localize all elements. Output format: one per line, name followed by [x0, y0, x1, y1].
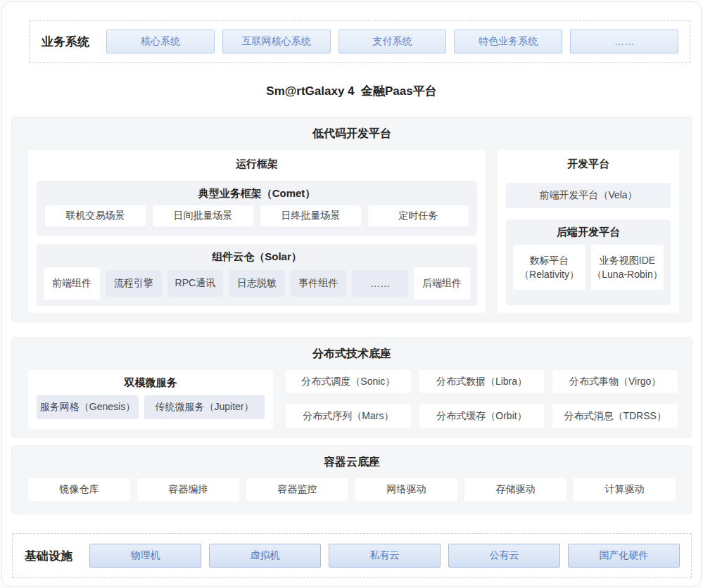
cloud-item-network-driver: 网络驱动: [355, 478, 457, 501]
diagram-card: 业务系统 核心系统 互联网核心系统 支付系统 特色业务系统 …… Sm@rtGa…: [1, 1, 702, 587]
distributed-base-section: 分布式技术底座 双模微服务 服务网格（Genesis） 传统微服务（Jupite…: [11, 337, 692, 438]
distributed-item-tdrss: 分布式消息（TDRSS）: [552, 404, 678, 428]
comet-item-intraday-batch: 日间批量场景: [153, 205, 253, 226]
infrastructure-row: 物理机 虚拟机 私有云 公有云 国产化硬件: [89, 544, 680, 568]
business-systems-container: 业务系统 核心系统 互联网核心系统 支付系统 特色业务系统 ……: [29, 20, 690, 63]
platform-title: Sm@rtGalaxy 4 金融Paas平台: [2, 83, 701, 99]
backend-item-relativity: 数标平台 （Relativity）: [513, 245, 585, 290]
infra-item-domestic-hardware: 国产化硬件: [568, 544, 680, 568]
solar-group: 组件云仓（Solar） 前端组件 流程引擎 RPC通讯 日志脱敏 事件组件 ………: [37, 244, 477, 306]
runtime-framework-panel: 运行框架 典型业务框架（Comet） 联机交易场景 日间批量场景 日终批量场景 …: [28, 150, 486, 313]
solar-item-ellipsis: ……: [352, 270, 408, 297]
solar-items-row: 前端组件 流程引擎 RPC通讯 日志脱敏 事件组件 …… 后端组件: [44, 267, 470, 300]
dual-mode-item-genesis: 服务网格（Genesis）: [37, 395, 139, 419]
low-code-platform-section: 低代码开发平台 运行框架 典型业务框架（Comet） 联机交易场景 日间批量场景…: [11, 117, 692, 322]
backend-item-luna-robin: 业务视图IDE （Luna-Robin）: [591, 245, 664, 290]
cloud-item-storage-driver: 存储驱动: [464, 478, 566, 501]
relativity-line2: （Relativity）: [519, 267, 579, 281]
business-system-special: 特色业务系统: [454, 30, 562, 53]
dual-mode-items-row: 服务网格（Genesis） 传统微服务（Jupiter）: [37, 395, 265, 419]
cloud-item-image-registry: 镜像仓库: [28, 478, 130, 501]
business-system-internet-core: 互联网核心系统: [222, 30, 331, 53]
comet-item-eod-batch: 日终批量场景: [260, 205, 361, 226]
backend-dev-group: 后端开发平台 数标平台 （Relativity） 业务视图IDE （Luna-R…: [506, 219, 671, 305]
infra-item-virtual-machine: 虚拟机: [209, 544, 321, 568]
comet-item-online-trading: 联机交易场景: [45, 205, 146, 226]
dual-mode-item-jupiter: 传统微服务（Jupiter）: [144, 395, 265, 419]
relativity-line1: 数标平台: [530, 253, 569, 267]
distributed-item-orbit: 分布式缓存（Orbit）: [419, 404, 545, 428]
dev-platform-title: 开发平台: [498, 150, 679, 171]
distributed-services-grid: 分布式调度（Sonic） 分布式数据（Libra） 分布式事物（Virgo） 分…: [286, 370, 678, 428]
business-system-ellipsis: ……: [570, 30, 678, 53]
infra-item-public-cloud: 公有云: [448, 544, 560, 568]
runtime-framework-title: 运行框架: [28, 150, 486, 171]
container-cloud-items-row: 镜像仓库 容器编排 容器监控 网络驱动 存储驱动 计算驱动: [28, 478, 676, 501]
solar-item-process-engine: 流程引擎: [106, 270, 162, 297]
low-code-platform-title: 低代码开发平台: [12, 117, 692, 141]
business-systems-row: 核心系统 互联网核心系统 支付系统 特色业务系统 ……: [106, 30, 678, 53]
backend-dev-group-title: 后端开发平台: [506, 219, 671, 239]
distributed-item-mars: 分布式序列（Mars）: [286, 404, 411, 428]
distributed-base-title: 分布式技术底座: [12, 338, 692, 362]
vela-frontend-dev-platform: 前端开发平台（Vela）: [506, 183, 671, 208]
dual-mode-title: 双模微服务: [28, 370, 273, 390]
solar-item-frontend-components: 前端组件: [44, 267, 100, 300]
business-systems-label: 业务系统: [42, 34, 89, 50]
business-system-payment: 支付系统: [338, 30, 447, 53]
cloud-item-orchestration: 容器编排: [137, 478, 239, 501]
infra-item-private-cloud: 私有云: [329, 544, 441, 568]
comet-group-title: 典型业务框架（Comet）: [37, 181, 477, 200]
dev-platform-panel: 开发平台 前端开发平台（Vela） 后端开发平台 数标平台 （Relativit…: [498, 150, 679, 313]
luna-robin-line1: 业务视图IDE: [600, 253, 655, 267]
distributed-item-sonic: 分布式调度（Sonic）: [286, 370, 411, 393]
luna-robin-line2: （Luna-Robin）: [592, 267, 662, 281]
cloud-item-monitoring: 容器监控: [246, 478, 348, 501]
comet-item-scheduled-task: 定时任务: [368, 205, 469, 226]
business-system-core: 核心系统: [106, 30, 215, 53]
backend-dev-items-row: 数标平台 （Relativity） 业务视图IDE （Luna-Robin）: [513, 245, 664, 290]
cloud-item-compute-driver: 计算驱动: [574, 478, 676, 501]
container-cloud-section: 容器云底座 镜像仓库 容器编排 容器监控 网络驱动 存储驱动 计算驱动: [11, 445, 692, 514]
distributed-item-libra: 分布式数据（Libra）: [419, 370, 545, 393]
solar-group-title: 组件云仓（Solar）: [37, 244, 477, 264]
solar-item-event-components: 事件组件: [291, 270, 347, 297]
container-cloud-title: 容器云底座: [12, 446, 692, 470]
dual-mode-microservice-panel: 双模微服务 服务网格（Genesis） 传统微服务（Jupiter）: [28, 370, 273, 429]
solar-item-log-masking: 日志脱敏: [229, 270, 285, 297]
comet-items-row: 联机交易场景 日间批量场景 日终批量场景 定时任务: [45, 205, 469, 226]
infrastructure-container: 基础设施 物理机 虚拟机 私有云 公有云 国产化硬件: [12, 533, 692, 578]
comet-group: 典型业务框架（Comet） 联机交易场景 日间批量场景 日终批量场景 定时任务: [37, 181, 477, 236]
distributed-item-virgo: 分布式事物（Virgo）: [552, 370, 678, 393]
solar-item-backend-components: 后端组件: [414, 267, 470, 300]
infra-item-physical-machine: 物理机: [89, 544, 201, 568]
solar-item-rpc: RPC通讯: [167, 270, 224, 297]
infrastructure-label: 基础设施: [25, 548, 72, 564]
